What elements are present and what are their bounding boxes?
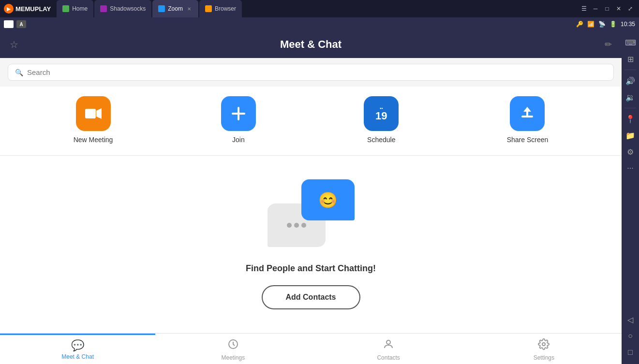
search-input[interactable] xyxy=(27,68,607,76)
actions-row: New Meeting Join ▪▪ 19 xyxy=(0,87,622,156)
schedule-label: Schedule xyxy=(367,136,395,144)
add-contacts-button[interactable]: Add Contacts xyxy=(262,285,360,309)
schedule-button[interactable]: ▪▪ 19 xyxy=(364,96,399,131)
share-screen-action[interactable]: Share Screen xyxy=(507,96,549,144)
maximize-btn[interactable]: □ xyxy=(602,4,612,14)
tab-favicon-zoom xyxy=(158,5,165,12)
keyboard-btn[interactable]: ⌨ xyxy=(623,35,638,50)
calendar-icon: ▪▪ 19 xyxy=(375,106,387,121)
app-content: ☆ Meet & Chat ✏ 🔍 New Meeting xyxy=(0,31,622,364)
svg-rect-3 xyxy=(232,113,245,115)
tabs-container: Home Shadowsocks Zoom ✕ Browser xyxy=(57,0,579,17)
zoom-header: ☆ Meet & Chat ✏ xyxy=(0,31,622,58)
smiley-icon: 😊 xyxy=(318,191,338,209)
chat-illustration: 😊 xyxy=(267,179,355,247)
expand-btn[interactable]: ⤢ xyxy=(625,4,635,14)
app-logo: ▶ MEMUPLAY xyxy=(4,4,51,14)
share-screen-label: Share Screen xyxy=(507,136,549,144)
status-right: 🔑 📶 📡 🔋 10:35 xyxy=(576,21,635,28)
join-button[interactable] xyxy=(221,96,256,131)
nav-meet-chat-label: Meet & Chat xyxy=(61,353,94,360)
sidebar-sep-2 xyxy=(624,108,636,108)
close-btn[interactable]: ✕ xyxy=(614,4,624,14)
join-label: Join xyxy=(232,136,245,144)
schedule-action[interactable]: ▪▪ 19 Schedule xyxy=(364,96,399,144)
nav-meet-chat[interactable]: 💬 Meet & Chat xyxy=(0,334,155,364)
new-meeting-button[interactable] xyxy=(76,96,111,131)
location-btn[interactable]: 📍 xyxy=(623,111,638,127)
nav-meetings-label: Meetings xyxy=(222,354,245,361)
new-meeting-action[interactable]: New Meeting xyxy=(74,96,113,144)
status-white-box xyxy=(4,20,14,28)
dot-2 xyxy=(294,223,299,228)
nav-settings[interactable]: Settings xyxy=(466,334,622,364)
tab-home[interactable]: Home xyxy=(57,0,93,17)
video-camera-icon xyxy=(85,107,102,120)
sidebar-sep-1 xyxy=(624,70,636,70)
meet-chat-icon: 💬 xyxy=(71,339,84,352)
back-btn[interactable]: ◁ xyxy=(623,312,638,327)
key-icon: 🔑 xyxy=(576,21,583,28)
chat-bubble-blue: 😊 xyxy=(301,179,355,220)
add-contacts-label: Add Contacts xyxy=(286,293,336,301)
folder-btn[interactable]: 📁 xyxy=(623,128,638,143)
new-meeting-label: New Meeting xyxy=(74,136,113,144)
nav-meetings[interactable]: Meetings xyxy=(155,334,311,364)
chat-empty-text: Find People and Start Chatting! xyxy=(246,263,376,274)
nav-contacts-label: Contacts xyxy=(377,354,400,361)
clock: 10:35 xyxy=(621,21,635,28)
window-controls: ☰ ─ □ ✕ ⤢ xyxy=(579,4,635,14)
share-screen-button[interactable] xyxy=(510,96,545,131)
tab-label-browser: Browser xyxy=(215,5,236,12)
square-btn[interactable]: □ xyxy=(623,345,638,360)
page-title: Meet & Chat xyxy=(280,38,342,51)
edit-icon[interactable]: ✏ xyxy=(605,39,612,50)
status-a-box: A xyxy=(16,20,26,28)
tab-label-ss: Shadowsocks xyxy=(110,5,146,12)
dot-1 xyxy=(287,223,292,228)
right-sidebar: ⌨ ⊞ 🔊 🔉 📍 📁 ⚙ ··· ◁ ○ □ xyxy=(622,31,639,364)
minimize-btn[interactable]: ─ xyxy=(591,4,600,14)
plus-icon xyxy=(231,106,246,121)
wifi-icon: 📶 xyxy=(587,21,594,28)
status-left: A xyxy=(4,20,26,28)
menu-btn[interactable]: ☰ xyxy=(579,4,589,14)
volume-up-btn[interactable]: 🔊 xyxy=(623,73,638,88)
search-bar-container: 🔍 xyxy=(0,58,622,87)
svg-rect-0 xyxy=(85,109,96,118)
star-icon[interactable]: ☆ xyxy=(10,39,18,50)
tab-favicon-browser xyxy=(205,5,212,12)
tab-close-zoom[interactable]: ✕ xyxy=(186,5,193,12)
logo-icon: ▶ xyxy=(4,4,14,14)
logo-text: MEMUPLAY xyxy=(15,5,51,13)
tab-favicon-home xyxy=(62,5,69,12)
search-bar: 🔍 xyxy=(8,64,614,81)
tab-browser[interactable]: Browser xyxy=(199,0,242,17)
nav-contacts[interactable]: Contacts xyxy=(311,334,466,364)
battery-icon: 🔋 xyxy=(609,21,617,28)
dot-3 xyxy=(301,223,306,228)
nav-settings-label: Settings xyxy=(534,354,554,361)
title-bar: ▶ MEMUPLAY Home Shadowsocks Zoom ✕ Brows… xyxy=(0,0,639,17)
settings-btn[interactable]: ⚙ xyxy=(623,144,638,160)
tab-shadowsocks[interactable]: Shadowsocks xyxy=(94,0,151,17)
screenshot-btn[interactable]: ⊞ xyxy=(623,51,638,67)
more-btn[interactable]: ··· xyxy=(623,160,638,176)
tab-label-home: Home xyxy=(72,5,88,12)
join-action[interactable]: Join xyxy=(221,96,256,144)
svg-marker-1 xyxy=(96,108,102,119)
volume-down-btn[interactable]: 🔉 xyxy=(623,89,638,105)
svg-point-8 xyxy=(386,340,390,344)
bottom-nav: 💬 Meet & Chat Meetings xyxy=(0,333,622,364)
meetings-icon xyxy=(227,338,239,353)
search-icon: 🔍 xyxy=(15,69,23,76)
contacts-icon xyxy=(383,338,394,353)
tab-zoom[interactable]: Zoom ✕ xyxy=(152,0,198,17)
tab-favicon-ss xyxy=(100,5,107,12)
tab-label-zoom: Zoom xyxy=(168,5,183,12)
main-area: ☆ Meet & Chat ✏ 🔍 New Meeting xyxy=(0,31,639,364)
status-bar: A 🔑 📶 📡 🔋 10:35 xyxy=(0,17,639,31)
chat-area: 😊 Find People and Start Chatting! Add Co… xyxy=(0,156,622,333)
settings-icon xyxy=(538,338,550,353)
home-circle-btn[interactable]: ○ xyxy=(623,328,638,344)
